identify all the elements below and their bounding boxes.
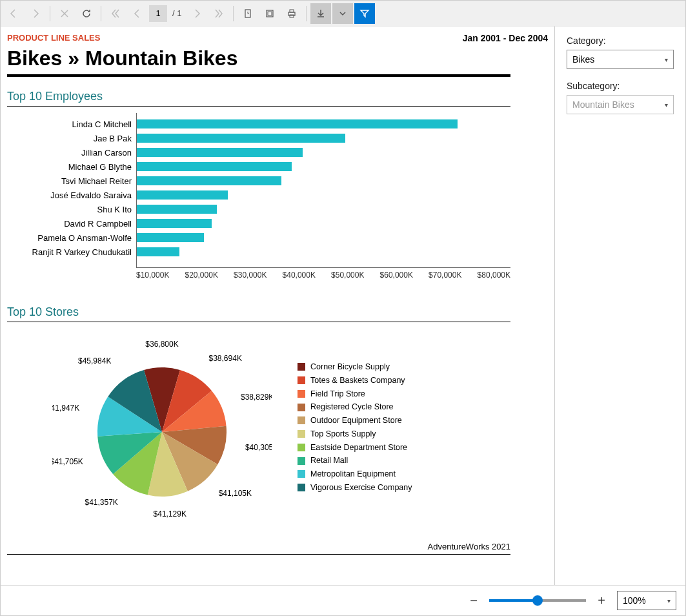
report-brand: PRODUCT LINE SALES — [7, 33, 100, 43]
bar-label: Jillian Carson — [27, 148, 137, 158]
category-label: Category: — [567, 36, 674, 46]
bar-label: Tsvi Michael Reiter — [27, 176, 137, 186]
zoom-bar: − + 100% ▾ — [1, 586, 685, 615]
bar-label: Jae B Pak — [27, 134, 137, 143]
bar-label: José Edvaldo Saraiva — [27, 190, 137, 200]
legend-label: Metropolitan Equipment — [310, 468, 396, 480]
legend-swatch — [298, 457, 305, 465]
legend-item: Top Sports Supply — [298, 428, 412, 440]
separator — [306, 6, 307, 21]
zoom-slider[interactable] — [489, 599, 586, 602]
legend-swatch — [298, 416, 305, 424]
legend-item: Vigorous Exercise Company — [298, 482, 412, 494]
legend-item: Totes & Baskets Company — [298, 375, 412, 387]
main-area: PRODUCT LINE SALES Jan 2001 - Dec 2004 B… — [1, 26, 685, 586]
pie-slice-label: $40,305K — [245, 443, 272, 452]
pie-slice-label: $41,947K — [52, 404, 79, 413]
axis-tick: $80,000K — [478, 271, 510, 280]
legend-item: Eastside Department Store — [298, 442, 412, 454]
report-pane: PRODUCT LINE SALES Jan 2001 - Dec 2004 B… — [1, 26, 555, 585]
chevron-down-icon: ▾ — [665, 56, 668, 63]
bar-row: David R Campbell — [27, 216, 511, 231]
bar-row: Jillian Carson — [27, 145, 511, 159]
section-rule — [7, 322, 510, 322]
last-page-button[interactable] — [208, 3, 229, 24]
legend-label: Top Sports Supply — [310, 428, 376, 440]
pie-legend: Corner Bicycle SupplyTotes & Baskets Com… — [298, 361, 412, 495]
separator — [233, 6, 234, 21]
parameters-toggle-button[interactable] — [354, 3, 375, 24]
legend-swatch — [298, 470, 305, 478]
legend-swatch — [298, 404, 305, 411]
legend-label: Corner Bicycle Supply — [310, 361, 390, 373]
bar-row: Jae B Pak — [27, 131, 511, 145]
category-select[interactable]: Bikes ▾ — [567, 50, 674, 69]
next-page-button[interactable] — [187, 3, 207, 24]
legend-item: Corner Bicycle Supply — [298, 361, 412, 373]
legend-swatch — [298, 363, 305, 371]
employees-bar-chart: Linda C MitchellJae B PakJillian CarsonM… — [26, 113, 530, 280]
first-page-button[interactable] — [105, 3, 126, 24]
legend-item: Registered Cycle Store — [298, 401, 412, 413]
page-number-input[interactable] — [149, 5, 167, 22]
pie-slice-label: $36,800K — [145, 340, 178, 349]
subcategory-label: Subcategory: — [567, 81, 674, 91]
toolbar: / 1 — [1, 1, 685, 26]
pie-slice-label: $38,694K — [209, 354, 242, 363]
chevron-down-icon: ▾ — [667, 597, 671, 604]
legend-label: Field Trip Store — [310, 388, 365, 400]
page-setup-button[interactable] — [237, 3, 258, 24]
zoom-slider-thumb[interactable] — [532, 595, 543, 606]
report-title: Bikes » Mountain Bikes — [7, 46, 548, 70]
export-button[interactable] — [310, 3, 331, 24]
nav-forward-button[interactable] — [25, 3, 46, 24]
pie-slice-label: $41,105K — [219, 489, 252, 498]
stores-section-title: Top 10 Stores — [7, 305, 548, 319]
legend-item: Field Trip Store — [298, 388, 412, 400]
legend-label: Retail Mall — [310, 455, 348, 467]
pie-slice-label: $41,705K — [52, 457, 83, 466]
bar-rect — [137, 162, 292, 171]
svg-rect-4 — [290, 10, 294, 12]
axis-tick: $20,000K — [185, 271, 218, 280]
separator — [50, 6, 50, 21]
zoom-level-select[interactable]: 100% ▾ — [617, 591, 676, 610]
zoom-in-button[interactable]: + — [594, 593, 609, 608]
bar-row: Pamela O Ansman-Wolfe — [27, 231, 511, 245]
pie-slice-label: $38,829K — [241, 393, 272, 402]
print-layout-button[interactable] — [259, 3, 280, 24]
title-rule — [7, 74, 510, 77]
bar-rect — [137, 190, 228, 200]
bar-rect — [137, 148, 303, 157]
export-dropdown-button[interactable] — [332, 3, 353, 24]
print-button[interactable] — [281, 3, 302, 24]
stop-button[interactable] — [54, 3, 75, 24]
refresh-button[interactable] — [76, 3, 97, 24]
bar-rect — [137, 119, 458, 128]
bar-rect — [137, 219, 212, 228]
bar-row: José Edvaldo Saraiva — [27, 188, 511, 202]
pie-slice-label: $41,357K — [85, 498, 117, 507]
page-total-label: / 1 — [172, 8, 181, 18]
axis-tick: $50,000K — [331, 271, 364, 280]
chevron-down-icon: ▾ — [665, 101, 668, 108]
zoom-out-button[interactable]: − — [466, 593, 481, 608]
axis-tick: $40,000K — [283, 271, 316, 280]
employees-section-title: Top 10 Employees — [7, 90, 548, 103]
legend-label: Registered Cycle Store — [310, 401, 394, 413]
subcategory-select[interactable]: Mountain Bikes ▾ — [567, 95, 674, 114]
svg-rect-2 — [268, 12, 272, 15]
legend-swatch — [298, 484, 305, 491]
pie-slice-label: $41,129K — [154, 509, 187, 518]
prev-page-button[interactable] — [127, 3, 148, 24]
separator — [101, 6, 101, 21]
report-footer: AdventureWorks 2021 — [7, 542, 510, 551]
bar-rect — [137, 247, 179, 256]
bar-rect — [137, 233, 204, 242]
subcategory-value: Mountain Bikes — [572, 99, 634, 110]
section-rule — [7, 106, 510, 107]
nav-back-button[interactable] — [3, 3, 24, 24]
legend-label: Totes & Baskets Company — [310, 375, 405, 387]
bar-label: Ranjit R Varkey Chudukatil — [27, 247, 137, 257]
bar-row: Ranjit R Varkey Chudukatil — [27, 245, 511, 259]
